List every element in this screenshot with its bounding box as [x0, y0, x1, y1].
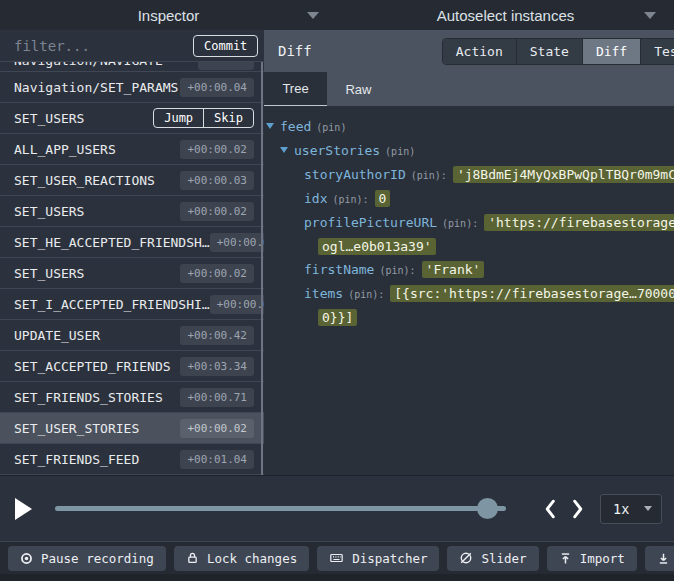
action-name: SET_USER_STORIES: [14, 421, 139, 436]
tree-node-key: userStories: [294, 143, 380, 158]
export-button[interactable]: Export: [645, 546, 674, 571]
main-split: Commit Navigation/NAVIGATE Navigation/SE…: [0, 30, 674, 475]
tree-node-pin: (pin):: [332, 194, 368, 205]
diff-value: 'Frank': [422, 261, 485, 278]
inspector-dropdown[interactable]: Inspector: [0, 0, 337, 30]
commit-button[interactable]: Commit: [193, 35, 258, 57]
playback-speed-select[interactable]: 1x: [600, 494, 662, 524]
panel-title: Diff: [278, 43, 312, 59]
diff-value-wrap: ogl…e0b013a39': [308, 235, 674, 258]
action-row[interactable]: SET_USERSJumpSkip: [0, 103, 264, 134]
play-button[interactable]: [15, 497, 37, 521]
toolbar-button-label: Dispatcher: [352, 551, 427, 566]
action-name: UPDATE_USER: [14, 328, 100, 343]
action-row-clipped[interactable]: Navigation/NAVIGATE: [0, 62, 264, 72]
action-name: SET_USERS: [14, 111, 84, 126]
top-bar: Inspector Autoselect instances: [0, 0, 674, 30]
bottom-toolbar: Pause recordingLock changesDispatcherSli…: [0, 541, 674, 574]
tree-node[interactable]: profilePictureURL(pin):'https://firebase…: [264, 211, 674, 258]
tab-state[interactable]: State: [516, 39, 582, 64]
action-row[interactable]: SET_HE_ACCEPTED_FRIENDSH…+00:00.04: [0, 227, 264, 258]
action-name: SET_USER_REACTIONS: [14, 173, 155, 188]
import-icon: [559, 552, 572, 565]
slider-track[interactable]: [55, 506, 506, 511]
action-row[interactable]: SET_I_ACCEPTED_FRIENDSHI…+00:00.04: [0, 289, 264, 320]
keyboard-icon: [329, 551, 344, 565]
lock-changes-button[interactable]: Lock changes: [174, 546, 309, 571]
action-time-badge: +00:00.04: [180, 78, 254, 97]
chevron-right-icon: [572, 499, 584, 519]
tree-node[interactable]: idx(pin):0: [264, 187, 674, 211]
action-list-scrollbar[interactable]: [261, 62, 263, 475]
slider-button[interactable]: Slider: [447, 546, 538, 571]
action-time-badge: +00:00.03: [180, 171, 254, 190]
filter-input[interactable]: [14, 38, 193, 54]
playback-bar: 1x: [0, 475, 674, 541]
chevron-down-icon: [644, 12, 656, 19]
action-row[interactable]: UPDATE_USER+00:00.42: [0, 320, 264, 351]
slider-icon: [459, 551, 473, 565]
record-icon: [20, 552, 33, 565]
action-row[interactable]: ALL_APP_USERS+00:00.02: [0, 134, 264, 165]
tab-raw[interactable]: Raw: [327, 72, 390, 106]
action-name: SET_I_ACCEPTED_FRIENDSHI…: [14, 297, 210, 312]
view-tabs: TreeRaw: [264, 72, 674, 106]
action-time-badge: +00:01.04: [180, 450, 254, 469]
action-time-badge: +00:00.71: [180, 388, 254, 407]
chevron-down-icon: [644, 506, 652, 511]
diff-value: 0}}]: [318, 309, 357, 326]
tree-node-pin: (pin):: [379, 265, 415, 276]
chevron-down-icon[interactable]: [266, 123, 274, 129]
import-button[interactable]: Import: [547, 546, 637, 571]
action-row[interactable]: SET_USERS+00:00.02: [0, 196, 264, 227]
tree-node[interactable]: items(pin):[{src:'https://firebasestorag…: [264, 282, 674, 329]
action-name: SET_USERS: [14, 266, 84, 281]
diff-panel: Diff ActionStateDiffTest TreeRaw feed(pi…: [264, 30, 674, 475]
diff-value: 'https://firebasestorage.go: [484, 214, 674, 231]
tree-node-pin: (pin):: [411, 170, 447, 181]
action-name: SET_ACCEPTED_FRIENDS: [14, 359, 171, 374]
tab-tree[interactable]: Tree: [264, 72, 327, 106]
tree-node[interactable]: storyAuthorID(pin):'j8BdmEj4MyQxBPwQplTB…: [264, 163, 674, 187]
action-name: Navigation/NAVIGATE: [14, 62, 163, 68]
instances-dropdown-label: Autoselect instances: [437, 7, 575, 24]
action-row[interactable]: SET_FRIENDS_FEED+00:01.04: [0, 444, 264, 475]
tab-test[interactable]: Test: [640, 39, 674, 64]
skip-button[interactable]: Skip: [203, 109, 253, 127]
action-row[interactable]: SET_FRIENDS_STORIES+00:00.71: [0, 382, 264, 413]
action-name: SET_FRIENDS_FEED: [14, 452, 139, 467]
tree-node-key: storyAuthorID: [304, 167, 406, 182]
pause-recording-button[interactable]: Pause recording: [8, 546, 166, 571]
action-row[interactable]: SET_USERS+00:00.02: [0, 258, 264, 289]
inspector-dropdown-label: Inspector: [138, 7, 200, 24]
instances-dropdown[interactable]: Autoselect instances: [337, 0, 674, 30]
play-icon: [15, 498, 32, 520]
action-time-badge: +00:00.02: [180, 140, 254, 159]
timeline-slider[interactable]: [55, 498, 506, 520]
tree-node[interactable]: userStories(pin): [264, 139, 674, 163]
diff-value: 0: [375, 190, 391, 207]
tree-node[interactable]: feed(pin): [264, 115, 674, 139]
tree-node-key: profilePictureURL: [304, 215, 437, 230]
tree-node-key: idx: [304, 191, 327, 206]
diff-value: 'j8BdmEj4MyQxBPwQplTBQr0m9mC2': [453, 166, 674, 183]
action-list: Navigation/SET_PARAMS+00:00.04SET_USERSJ…: [0, 72, 264, 475]
lock-icon: [186, 551, 199, 565]
dispatcher-button[interactable]: Dispatcher: [317, 546, 439, 571]
chevron-down-icon: [307, 12, 319, 19]
tab-diff[interactable]: Diff: [582, 39, 640, 64]
tab-action[interactable]: Action: [443, 39, 516, 64]
action-row[interactable]: SET_USER_REACTIONS+00:00.03: [0, 165, 264, 196]
action-time-badge: [198, 62, 254, 70]
step-back-button[interactable]: [544, 499, 556, 519]
diff-value: [{src:'https://firebasestorage…700000: [390, 285, 674, 302]
slider-thumb[interactable]: [477, 498, 498, 519]
action-row[interactable]: SET_ACCEPTED_FRIENDS+00:03.34: [0, 351, 264, 382]
action-row[interactable]: Navigation/SET_PARAMS+00:00.04: [0, 72, 264, 103]
action-row[interactable]: SET_USER_STORIES+00:00.02: [0, 413, 264, 444]
tree-node[interactable]: firstName(pin):'Frank': [264, 258, 674, 282]
tree-node-pin: (pin):: [348, 289, 384, 300]
step-forward-button[interactable]: [572, 499, 584, 519]
chevron-down-icon[interactable]: [280, 147, 288, 153]
jump-button[interactable]: Jump: [154, 109, 203, 127]
